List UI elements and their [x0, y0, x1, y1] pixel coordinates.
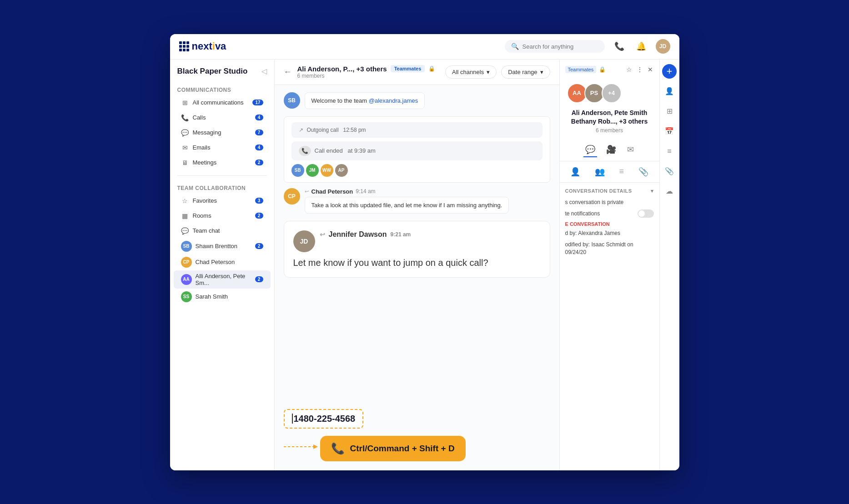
star-button[interactable]: ☆ — [625, 65, 633, 74]
far-person-icon[interactable]: 👤 — [662, 84, 677, 99]
modified-by: odified by: Isaac Schmidt on 09/24/20 — [565, 241, 654, 256]
message-jennifer-big: JD ↩ Jennifer Dawson 9:21 am Let me know… — [284, 221, 550, 278]
dashed-arrow-svg — [284, 440, 320, 454]
sidebar-item-all-comms[interactable]: ⊞ All communications 17 — [174, 95, 271, 110]
meetings-icon: 🖥 — [181, 159, 189, 167]
more-button[interactable]: ⋮ — [636, 65, 644, 74]
rooms-icon: ▦ — [181, 212, 189, 220]
chat-item-shawn[interactable]: SB Shawn Brentton 2 — [174, 239, 271, 254]
members-names-line1: Ali Anderson, Pete Smith — [567, 109, 652, 118]
chat-header: ← Ali Anderson, P..., +3 others Teammate… — [275, 60, 559, 85]
far-cloud-icon[interactable]: ☁ — [662, 184, 677, 199]
conv-details: CONVERSATION DETAILS ▾ s conversation is… — [560, 183, 659, 265]
phone-shortcut-icon: 📞 — [331, 442, 345, 455]
sarah-name: Sarah Smith — [196, 293, 263, 300]
phone-number-box[interactable]: 1480-225-4568 — [284, 409, 364, 429]
phone-nav-button[interactable]: 📞 — [612, 39, 627, 54]
reply-icon2: ↩ — [320, 231, 325, 238]
shawn-avatar: SB — [181, 241, 192, 252]
nav-logo: nextiva — [179, 40, 226, 52]
chat-header-info: Ali Anderson, P..., +3 others Teammates … — [297, 65, 446, 79]
phone-number-text: 1480-225-4568 — [294, 414, 356, 424]
call-ended-msg: 📞 Call ended at 9:39 am — [291, 141, 543, 160]
calls-icon: 📞 — [181, 114, 189, 122]
sidebar-item-teamchat[interactable]: 💬 Team chat — [174, 224, 271, 238]
collapse-icon[interactable]: ◁ — [261, 67, 267, 75]
rooms-label: Rooms — [193, 212, 255, 219]
user-avatar[interactable]: JD — [656, 39, 670, 54]
grid-icon[interactable] — [179, 41, 189, 51]
chat-title: Ali Anderson, P..., +3 others Teammates … — [297, 65, 446, 73]
add-button[interactable]: + — [662, 64, 677, 79]
chat-messages: SB Welcome to the team @alexandra.james … — [275, 85, 559, 404]
mention-alexandra: @alexandra.james — [369, 97, 418, 104]
outgoing-call-area: ↗ Outgoing call 12:58 pm 📞 Call ended at… — [284, 116, 550, 183]
panel-tab-chat[interactable]: 💬 — [583, 143, 597, 157]
section-tab-list[interactable]: ≡ — [616, 165, 628, 179]
meetings-badge: 2 — [255, 160, 263, 165]
calls-label: Calls — [193, 114, 255, 121]
all-comms-icon: ⊞ — [181, 99, 189, 107]
section-tab-attach[interactable]: 📎 — [635, 165, 652, 179]
msg-sender-chad: Chad Peterson — [311, 188, 353, 195]
sidebar-item-rooms[interactable]: ▦ Rooms 2 — [174, 209, 271, 223]
sidebar-item-meetings[interactable]: 🖥 Meetings 2 — [174, 155, 271, 170]
jennifer-meta: ↩ Jennifer Dawson 9:21 am — [320, 230, 411, 239]
participant-sb: SB — [291, 164, 304, 177]
sidebar-item-emails[interactable]: ✉ Emails 4 — [174, 140, 271, 155]
chad-avatar: CP — [181, 257, 192, 268]
section-tab-group[interactable]: 👥 — [591, 165, 608, 179]
chat-item-chad[interactable]: CP Chad Peterson — [174, 254, 271, 270]
shawn-badge: 2 — [255, 243, 263, 249]
search-input[interactable] — [522, 43, 598, 50]
notifications-button[interactable]: 🔔 — [634, 39, 648, 54]
panel-section-tabs: 👤 👥 ≡ 📎 — [560, 161, 659, 183]
date-range-label: Date range — [508, 69, 537, 75]
far-paperclip-icon[interactable]: 📎 — [662, 164, 677, 179]
back-button[interactable]: ← — [284, 67, 292, 77]
member-avatar-aa: AA — [567, 83, 587, 103]
chat-title-text: Ali Anderson, P..., +3 others — [297, 65, 387, 73]
panel-tab-video[interactable]: 🎥 — [604, 143, 618, 157]
conv-details-title: CONVERSATION DETAILS ▾ — [565, 188, 654, 194]
sidebar-item-favorites[interactable]: ☆ Favorites 3 — [174, 194, 271, 208]
top-nav: nextiva 🔍 📞 🔔 JD — [170, 34, 679, 60]
members-count-panel: 6 members — [567, 127, 652, 134]
search-box[interactable]: 🔍 — [505, 40, 605, 53]
teamchat-icon: 💬 — [181, 227, 189, 235]
section-tab-people[interactable]: 👤 — [567, 165, 584, 179]
msg-content-welcome: Welcome to the team @alexandra.james — [305, 92, 550, 109]
jennifer-sender: ↩ Jennifer Dawson 9:21 am — [320, 230, 411, 239]
member-avatar-extra: +4 — [602, 83, 622, 103]
alli-name: Alli Anderson, Pete Sm... — [196, 273, 255, 286]
message-row-chad: CP ↩ Chad Peterson 9:14 am Take a look a… — [284, 188, 550, 214]
chat-main: ← Ali Anderson, P..., +3 others Teammate… — [275, 60, 559, 470]
messaging-badge: 7 — [255, 130, 263, 135]
notifications-toggle[interactable] — [638, 210, 654, 218]
outgoing-call-text: Outgoing call 12:58 pm — [307, 127, 366, 133]
teamchat-label: Team chat — [193, 227, 263, 234]
phone-ended-icon: 📞 — [299, 146, 311, 156]
lock-icon: 🔒 — [428, 65, 435, 72]
far-calendar-icon[interactable]: 📅 — [662, 124, 677, 139]
member-avatar-ps: PS — [584, 83, 604, 103]
chat-item-alli[interactable]: AA Alli Anderson, Pete Sm... 2 — [174, 270, 271, 289]
far-grid-icon[interactable]: ⊞ — [662, 104, 677, 119]
msg-content-chad: ↩ Chad Peterson 9:14 am Take a look at t… — [305, 188, 550, 214]
close-panel-button[interactable]: ✕ — [647, 65, 654, 74]
sidebar-item-calls[interactable]: 📞 Calls 4 — [174, 110, 271, 125]
chat-item-sarah[interactable]: SS Sarah Smith — [174, 289, 271, 304]
sender-avatar-cp: CP — [284, 188, 300, 205]
all-channels-label: All channels — [452, 69, 484, 75]
panel-tab-msg[interactable]: ✉ — [625, 143, 636, 157]
participant-ap: AP — [335, 164, 348, 177]
date-range-filter[interactable]: Date range ▾ — [501, 65, 550, 79]
msg-bubble-welcome: Welcome to the team @alexandra.james — [305, 92, 425, 109]
all-channels-filter[interactable]: All channels ▾ — [445, 65, 497, 79]
chevron-down-icon: ▾ — [487, 69, 490, 75]
jennifer-message-text: Let me know if you want to jump on a qui… — [293, 258, 541, 268]
far-list-icon[interactable]: ≡ — [662, 144, 677, 159]
logo-text: nextiva — [192, 40, 226, 52]
conv-details-chevron: ▾ — [651, 188, 654, 194]
sidebar-item-messaging[interactable]: 💬 Messaging 7 — [174, 125, 271, 140]
